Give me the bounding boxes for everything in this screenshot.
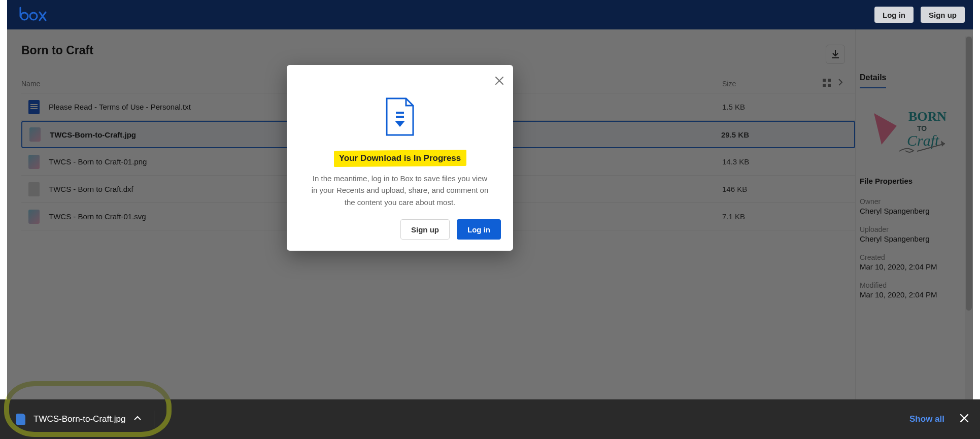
uploader-value: Cheryl Spangenberg <box>860 234 964 243</box>
box-logo <box>18 6 47 23</box>
svg-rect-10 <box>396 116 404 118</box>
svg-point-0 <box>21 13 28 20</box>
svg-rect-5 <box>828 84 831 87</box>
file-name-label: TWCS - Born to Craft.dxf <box>49 185 133 193</box>
column-size[interactable]: Size <box>722 80 814 88</box>
prop-modified: Modified Mar 10, 2020, 2:04 PM <box>860 281 964 299</box>
show-all-link[interactable]: Show all <box>909 414 944 424</box>
svg-point-1 <box>30 13 37 20</box>
auth-buttons: Log in Sign up <box>874 7 965 23</box>
chevron-right-icon[interactable] <box>837 79 844 89</box>
chevron-up-icon[interactable] <box>133 414 142 425</box>
grid-view-icon[interactable] <box>823 79 831 89</box>
svg-rect-3 <box>828 79 831 82</box>
svg-rect-9 <box>396 112 404 114</box>
created-label: Created <box>860 253 964 261</box>
img-file-icon <box>28 210 40 224</box>
file-properties-heading: File Properties <box>860 177 964 185</box>
modal-title: Your Download is In Progress <box>339 153 461 163</box>
details-tab[interactable]: Details <box>860 73 886 88</box>
download-button[interactable] <box>826 45 845 64</box>
svg-rect-4 <box>823 84 826 87</box>
svg-rect-2 <box>823 79 826 82</box>
file-name-label: TWCS-Born-to-Craft.jpg <box>50 130 136 139</box>
file-size-cell: 29.5 KB <box>721 130 813 139</box>
close-downloads-icon[interactable] <box>960 413 969 426</box>
download-filename: TWCS-Born-to-Craft.jpg <box>33 414 125 424</box>
close-icon[interactable] <box>495 76 504 87</box>
modal-title-highlight: Your Download is In Progress <box>339 153 461 163</box>
file-size-cell: 146 KB <box>722 185 814 193</box>
modal-signup-button[interactable]: Sign up <box>400 219 450 240</box>
file-icon <box>16 414 25 425</box>
img-file-icon <box>29 127 41 142</box>
svg-text:TO: TO <box>917 124 927 132</box>
details-panel: Details BORN TO Craft File Properties Ow… <box>855 29 973 399</box>
file-name-label: TWCS - Born to Craft-01.svg <box>49 212 146 221</box>
file-size-cell: 7.1 KB <box>722 212 814 221</box>
view-controls <box>814 79 844 89</box>
img-file-icon <box>28 155 40 169</box>
doc-file-icon <box>28 100 40 114</box>
download-chip[interactable]: TWCS-Born-to-Craft.jpg <box>9 407 161 432</box>
uploader-label: Uploader <box>860 225 964 233</box>
created-value: Mar 10, 2020, 2:04 PM <box>860 262 964 271</box>
top-bar: Log in Sign up <box>7 0 973 29</box>
modal-actions: Sign up Log in <box>400 219 501 240</box>
modal-login-button[interactable]: Log in <box>457 219 501 240</box>
app-root: Log in Sign up Born to Craft Name Size P… <box>0 0 980 439</box>
browser-download-bar: TWCS-Born-to-Craft.jpg Show all <box>0 399 980 439</box>
login-button[interactable]: Log in <box>874 7 914 23</box>
owner-value: Cheryl Spangenberg <box>860 207 964 215</box>
page-title: Born to Craft <box>21 44 855 57</box>
owner-label: Owner <box>860 197 964 206</box>
file-size-cell: 1.5 KB <box>722 103 814 111</box>
download-modal: Your Download is In Progress In the mean… <box>287 65 513 251</box>
details-scrollbar[interactable] <box>965 37 973 399</box>
separator <box>154 411 154 428</box>
signup-button[interactable]: Sign up <box>921 7 965 23</box>
svg-text:BORN: BORN <box>908 109 947 124</box>
file-name-label: Please Read - Terms of Use - Personal.tx… <box>49 103 191 111</box>
file-size-cell: 14.3 KB <box>722 157 814 166</box>
file-name-label: TWCS - Born to Craft-01.png <box>49 157 147 166</box>
prop-owner: Owner Cheryl Spangenberg <box>860 197 964 215</box>
prop-created: Created Mar 10, 2020, 2:04 PM <box>860 253 964 271</box>
generic-file-icon <box>28 182 40 196</box>
prop-uploader: Uploader Cheryl Spangenberg <box>860 225 964 243</box>
details-thumbnail: BORN TO Craft <box>860 100 964 161</box>
scrollbar-thumb[interactable] <box>966 37 972 311</box>
download-button-area <box>826 45 845 64</box>
modified-label: Modified <box>860 281 964 289</box>
modal-body: In the meantime, log in to Box to save f… <box>309 173 491 208</box>
download-file-icon <box>309 97 491 137</box>
modified-value: Mar 10, 2020, 2:04 PM <box>860 290 964 299</box>
